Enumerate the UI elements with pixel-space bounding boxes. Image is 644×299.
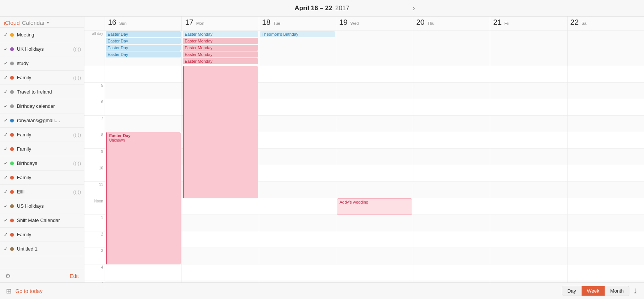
allday-event[interactable]: Theomon's Birthday	[260, 31, 335, 37]
sidebar-item-family-3[interactable]: ✓ Family	[0, 142, 84, 156]
day-header-wed: 19 Wed	[336, 17, 413, 30]
time-label-10: 2	[84, 231, 105, 248]
calendar-label: Birthday calendar	[17, 103, 81, 109]
allday-label: all-day	[84, 30, 105, 66]
sidebar-item-birthdays[interactable]: ✓ Birthdays ((·))	[0, 156, 84, 171]
allday-event[interactable]: Easter Day	[106, 51, 181, 57]
allday-col-sun: Easter Day Easter Day Easter Day Easter …	[105, 30, 182, 66]
sidebar-item-travel-ireland[interactable]: ✓ Travel to Ireland	[0, 85, 84, 99]
event-easter-day-block[interactable]: Easter DayUnknown	[106, 132, 181, 264]
time-grid: 567891011Noon12344 Easter DayUnknown Add…	[84, 66, 644, 282]
share-icon: ((·))	[73, 46, 81, 52]
hour-row-3	[105, 116, 182, 132]
sidebar-item-birthday-calendar[interactable]: ✓ Birthday calendar	[0, 99, 84, 113]
day-header-mon: 17 Mon	[182, 17, 259, 30]
calendar-label: Family	[17, 175, 81, 180]
allday-event[interactable]: Easter Day	[106, 38, 181, 44]
sidebar-item-family-2[interactable]: ✓ Family ((·))	[0, 128, 84, 142]
hour-row-3	[490, 116, 567, 132]
check-icon: ✓	[4, 132, 8, 137]
allday-event[interactable]: Easter Monday	[183, 38, 258, 44]
hour-row-7	[259, 182, 336, 198]
sidebar-item-uk-holidays[interactable]: ✓ UK Holidays ((·))	[0, 42, 84, 56]
hour-row-10	[413, 231, 490, 248]
check-icon: ✓	[4, 203, 8, 209]
event-addys-wedding[interactable]: Addy's wedding	[337, 198, 412, 215]
view-week-button[interactable]: Week	[582, 286, 605, 296]
sidebar-item-family-5[interactable]: ✓ Family	[0, 228, 84, 242]
time-label-8: Noon	[84, 198, 105, 215]
edit-button[interactable]: Edit	[70, 273, 79, 279]
hour-row-9	[413, 215, 490, 231]
hour-row-7	[413, 182, 490, 198]
sidebar-item-shift-mate[interactable]: ✓ Shift Mate Calendar	[0, 213, 84, 228]
day-name-wed: Wed	[350, 21, 359, 26]
sidebar-item-ellll[interactable]: ✓ Ellll ((·))	[0, 185, 84, 199]
calendar-area: 16 Sun 17 Mon 18 Tue 19 Wed 20 Thu 21 Fr…	[84, 17, 644, 282]
prev-week-button[interactable]: ‹	[308, 2, 318, 14]
allday-event[interactable]: Easter Monday	[183, 51, 258, 57]
day-header-thu: 20 Thu	[413, 17, 490, 30]
sidebar-item-ronyalans[interactable]: ✓ ronyalans@gmail....	[0, 113, 84, 128]
allday-section: all-day Easter Day Easter Day Easter Day…	[84, 30, 644, 66]
next-week-button[interactable]: ›	[409, 2, 419, 14]
hour-row-12	[259, 264, 336, 281]
view-month-button[interactable]: Month	[605, 286, 629, 296]
hour-row-1	[105, 83, 182, 99]
hour-row-9	[336, 215, 413, 231]
time-label-9: 1	[84, 215, 105, 231]
hour-row-13	[182, 281, 258, 282]
sidebar-item-us-holidays[interactable]: ✓ US Holidays	[0, 199, 84, 213]
hour-row-1	[413, 83, 490, 99]
hour-row-8	[567, 198, 644, 215]
sidebar-item-family-4[interactable]: ✓ Family	[0, 171, 84, 185]
calendar-label: Birthdays	[17, 160, 72, 166]
day-col-thu	[413, 66, 490, 282]
hour-row-5	[336, 149, 413, 165]
hour-row-1	[490, 83, 567, 99]
hour-row-0	[105, 66, 182, 83]
hour-row-0	[259, 66, 336, 83]
calendar-dot	[10, 247, 14, 251]
hour-row-11	[567, 248, 644, 264]
day-num-17: 17	[185, 18, 193, 26]
hour-row-2	[413, 99, 490, 116]
allday-event[interactable]: Easter Monday	[183, 31, 258, 37]
view-day-button[interactable]: Day	[562, 286, 582, 296]
hour-row-3	[259, 116, 336, 132]
event-easter-monday-block[interactable]	[183, 66, 258, 198]
day-col-wed: Addy's wedding	[336, 66, 413, 282]
day-col-tue	[259, 66, 336, 282]
hour-row-0	[413, 66, 490, 83]
allday-event[interactable]: Easter Monday	[183, 58, 258, 64]
download-button[interactable]: ⤓	[632, 287, 638, 295]
share-icon: ((·))	[73, 189, 81, 195]
brand-icloud: iCloud	[4, 20, 20, 26]
hour-row-13	[259, 281, 336, 282]
allday-event[interactable]: Easter Monday	[183, 45, 258, 51]
check-icon: ✓	[4, 217, 8, 223]
day-name-tue: Tue	[273, 21, 281, 26]
allday-event[interactable]: Easter Day	[106, 31, 181, 37]
day-header-sat: 22 Sa	[567, 17, 644, 30]
allday-col-thu	[413, 30, 490, 66]
allday-event[interactable]: Easter Day	[106, 45, 181, 51]
go-today-button[interactable]: Go to today	[15, 287, 42, 296]
hour-row-11	[182, 248, 258, 264]
day-header-tue: 18 Tue	[259, 17, 336, 30]
sidebar-item-untitled1[interactable]: ✓ Untitled 1	[0, 242, 84, 256]
settings-icon[interactable]: ⚙	[5, 272, 11, 279]
day-num-20: 20	[416, 18, 425, 26]
day-name-sun: Sun	[119, 21, 127, 26]
calendar-dot	[10, 190, 14, 194]
day-headers: 16 Sun 17 Mon 18 Tue 19 Wed 20 Thu 21 Fr…	[84, 17, 644, 30]
sidebar-item-study[interactable]: ✓ study	[0, 56, 84, 71]
calendar-list: ✓ Meeting ✓ UK Holidays ((·)) ✓ study ✓ …	[0, 28, 84, 269]
day-num-18: 18	[262, 18, 270, 26]
calendar-dot	[10, 133, 14, 137]
sidebar-item-meeting[interactable]: ✓ Meeting	[0, 28, 84, 42]
sidebar-item-family-1[interactable]: ✓ Family ((·))	[0, 71, 84, 85]
time-label-6: 10	[84, 165, 105, 182]
hour-row-5	[490, 149, 567, 165]
calendar-dropdown-icon[interactable]: ▾	[47, 20, 49, 25]
